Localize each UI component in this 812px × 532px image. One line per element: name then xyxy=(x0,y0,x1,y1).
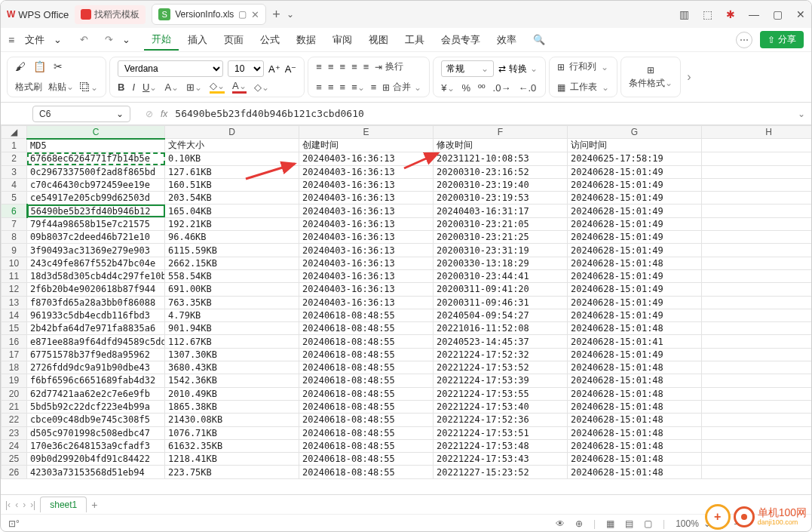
row-header[interactable]: 2 xyxy=(2,152,27,165)
fill-color-icon[interactable]: ◇⌄ xyxy=(210,80,225,94)
cube-icon[interactable]: ⬚ xyxy=(703,8,712,20)
convert-button[interactable]: ⇄转换⌄ xyxy=(498,60,538,77)
cell[interactable] xyxy=(702,296,812,309)
cell[interactable]: 165.04KB xyxy=(165,204,299,217)
cell[interactable] xyxy=(702,453,812,466)
cell[interactable]: 961933c5db4ecdb116fbd3 xyxy=(27,309,165,321)
row-header[interactable]: 11 xyxy=(2,269,27,282)
cell[interactable]: 20240628-15:01:49 xyxy=(568,283,702,296)
row-header[interactable]: 14 xyxy=(2,309,27,321)
indent2-icon[interactable]: ≡ xyxy=(371,81,377,93)
status-indicator-icon[interactable]: ⊡° xyxy=(8,518,20,529)
align-middle-icon[interactable]: ≡ xyxy=(328,61,334,72)
cell[interactable]: 691.00KB xyxy=(165,283,299,296)
cell[interactable] xyxy=(702,139,812,152)
font-name-select[interactable]: Verdana xyxy=(118,60,223,77)
add-sheet-icon[interactable]: + xyxy=(91,499,97,511)
ribbon-overflow-icon[interactable]: › xyxy=(684,57,694,97)
cell[interactable]: 6115.59KB xyxy=(165,244,299,257)
row-header[interactable]: 8 xyxy=(2,231,27,244)
templates-tab[interactable]: 找稻壳模板 xyxy=(75,5,146,24)
cell[interactable]: 20221224-17:52:36 xyxy=(434,414,568,426)
row-header[interactable]: 23 xyxy=(2,426,27,439)
increase-decimal-icon[interactable]: .0→ xyxy=(493,82,511,94)
redo-icon[interactable]: ↷ xyxy=(97,31,121,48)
cell[interactable]: 20240403-16:36:13 xyxy=(299,152,434,165)
cell[interactable]: ce54917e205cb99d62503d xyxy=(27,192,165,204)
cell[interactable]: 42303a73153568d51eb94 xyxy=(27,466,165,478)
row-header[interactable]: 5 xyxy=(2,192,27,204)
sheet-nav-next-icon[interactable]: › xyxy=(23,500,26,510)
orientation-icon[interactable]: ≡ xyxy=(351,61,357,72)
cell[interactable]: 20221224-17:53:52 xyxy=(434,361,568,374)
cell[interactable]: 20240628-15:01:48 xyxy=(568,414,702,426)
maximize-icon[interactable]: ▢ xyxy=(773,8,783,20)
cell[interactable]: 20240628-15:01:48 xyxy=(568,400,702,413)
search-icon[interactable]: 🔍 xyxy=(526,31,553,48)
cell[interactable]: 0.10KB xyxy=(165,152,299,165)
cell[interactable]: 20240628-15:01:48 xyxy=(568,322,702,335)
row-header[interactable]: 21 xyxy=(2,400,27,413)
cell[interactable]: 20200311-09:46:31 xyxy=(434,296,568,309)
sheet-nav-first-icon[interactable]: |‹ xyxy=(5,500,11,510)
cell[interactable]: 20240403-16:36:13 xyxy=(299,178,434,191)
view-break-icon[interactable]: ▢ xyxy=(644,518,652,529)
cell[interactable]: 5bd5b92c22dcf223e4b99a xyxy=(27,400,165,413)
distribute-icon[interactable]: ≡⌄ xyxy=(351,81,365,93)
font-color-icon[interactable]: A⌄ xyxy=(232,80,247,94)
add-tab-button[interactable]: + xyxy=(272,7,280,23)
cell[interactable]: 20240403-16:36:13 xyxy=(299,257,434,269)
menu-page[interactable]: 页面 xyxy=(216,30,251,50)
row-header[interactable]: 20 xyxy=(2,387,27,400)
row-header[interactable]: 9 xyxy=(2,244,27,257)
cell[interactable]: 170e36c2648153a9cfadf3 xyxy=(27,439,165,452)
row-header[interactable]: 7 xyxy=(2,217,27,230)
cell[interactable]: 20240628-15:01:49 xyxy=(568,348,702,361)
cell[interactable]: 67751578b37f9ed8a95962 xyxy=(27,348,165,361)
file-dropdown-icon[interactable]: ⌄ xyxy=(54,34,62,45)
wrap-text-button[interactable]: ⇥换行 xyxy=(375,60,403,73)
fx-icon[interactable]: fx xyxy=(161,109,167,119)
decrease-decimal-icon[interactable]: ←.0 xyxy=(518,82,536,94)
cell[interactable]: 1307.30KB xyxy=(165,348,299,361)
cell[interactable]: 2b42bfa64d7e971fa8835a6 xyxy=(27,322,165,335)
row-header[interactable]: 6 xyxy=(2,204,27,217)
italic-icon[interactable]: I xyxy=(132,81,135,93)
cell[interactable]: 20240628-15:01:49 xyxy=(568,231,702,244)
cell[interactable]: 1542.36KB xyxy=(165,374,299,387)
cell[interactable]: 20240403-16:36:13 xyxy=(299,269,434,282)
cell[interactable] xyxy=(702,217,812,230)
cell[interactable] xyxy=(702,257,812,269)
cell[interactable]: 访问时间 xyxy=(568,139,702,152)
cell[interactable] xyxy=(702,361,812,374)
cell[interactable]: 20221224-17:53:51 xyxy=(434,426,568,439)
cell[interactable]: 21430.08KB xyxy=(165,414,299,426)
underline-icon[interactable]: U⌄ xyxy=(142,81,157,93)
cell[interactable]: 20200310-23:21:25 xyxy=(434,231,568,244)
cell[interactable]: 62d77421aa62e2c7e6e9fb xyxy=(27,387,165,400)
cell[interactable]: c70c46430cb972459ee19e xyxy=(27,178,165,191)
cell[interactable]: 修改时间 xyxy=(434,139,568,152)
cell[interactable]: 20221224-17:53:40 xyxy=(434,400,568,413)
currency-icon[interactable]: ¥⌄ xyxy=(441,82,454,94)
cell[interactable]: 3680.43KB xyxy=(165,361,299,374)
cell[interactable]: 2f6b20b4e9020618b87f944 xyxy=(27,283,165,296)
cell[interactable]: 127.61KB xyxy=(165,165,299,178)
cell[interactable]: 20200310-23:19:53 xyxy=(434,192,568,204)
cell[interactable] xyxy=(702,439,812,452)
file-menu[interactable]: 文件 xyxy=(17,30,52,50)
format-painter-icon[interactable]: 🖌 xyxy=(15,60,26,72)
conditional-format-group[interactable]: ⊞ 条件格式⌄ xyxy=(620,57,681,97)
row-header[interactable]: 4 xyxy=(2,178,27,191)
spreadsheet-grid[interactable]: ◢ C D E F G H 1 MD5 文件大小 创建时间 修改时间 访问时间 … xyxy=(1,125,811,494)
name-box[interactable]: C6 ⌄ xyxy=(32,106,130,122)
cell[interactable]: 1218.41KB xyxy=(165,453,299,466)
cell[interactable] xyxy=(702,269,812,282)
tab-dropdown-icon[interactable]: ⌄ xyxy=(286,9,294,20)
cell[interactable] xyxy=(702,165,812,178)
cell[interactable]: f6bf6596c6651689fab4d32 xyxy=(27,374,165,387)
row-header[interactable]: 1 xyxy=(2,139,27,152)
cell[interactable]: 20240403-16:31:17 xyxy=(434,204,568,217)
cell[interactable]: 20221224-17:53:39 xyxy=(434,374,568,387)
cell[interactable]: 20200310-23:19:40 xyxy=(434,178,568,191)
